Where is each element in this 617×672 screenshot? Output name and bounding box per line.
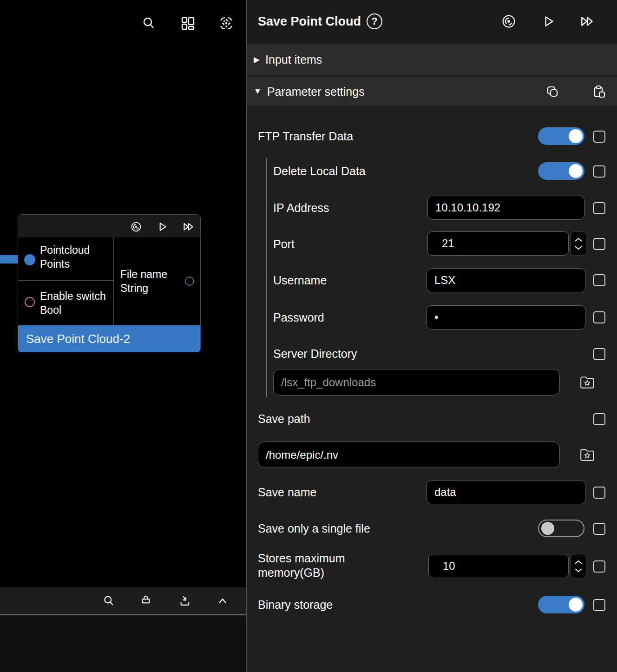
ftp-group-indent-line [266,158,267,397]
password-expose-checkbox[interactable] [593,311,605,323]
folder-star-icon [579,446,596,463]
param-label-save-name: Save name [258,485,316,500]
help-glyph: ? [371,15,377,27]
node-title: Save Point Cloud-2 [26,332,130,346]
node-run-button[interactable] [156,221,168,233]
stepper-down-icon[interactable] [574,568,583,573]
section-parameter-settings[interactable]: ▼ Parameter settings [247,77,617,106]
node-save-point-cloud-2[interactable]: Pointcloud Points Enable switch Bool Fil… [18,214,201,352]
properties-panel: Save Point Cloud ? [247,0,617,672]
param-label-password: Password [273,310,324,325]
param-label-ftp-transfer: FTP Transfer Data [258,129,353,144]
canvas-fit-view-button[interactable] [218,15,234,31]
ip-address-input[interactable] [427,196,584,220]
run-single-icon [501,13,517,29]
run-continuous-icon [579,14,595,29]
password-input[interactable] [427,305,585,329]
username-input[interactable] [427,268,585,292]
save-name-input[interactable] [427,480,585,504]
stepper-down-icon[interactable] [574,245,583,250]
param-label-binary-storage: Binary storage [258,598,333,612]
delete-local-expose-checkbox[interactable] [593,165,605,178]
section-input-items[interactable]: ▶ Input items [247,44,617,75]
input-type: Bool [40,303,113,317]
param-label-ip-address: IP Address [273,201,329,215]
app-window: Pointcloud Points Enable switch Bool Fil… [0,0,617,672]
paste-params-button[interactable] [591,84,607,99]
console-collapse-button[interactable] [216,594,230,608]
search-icon [141,16,156,31]
search-icon [102,594,115,607]
console-download-button[interactable] [178,594,192,608]
port-expose-checkbox[interactable] [593,238,605,250]
server-directory-expose-checkbox[interactable] [593,348,605,360]
console-toolbar [0,587,246,615]
node-run-continuous-button[interactable] [182,221,195,233]
username-expose-checkbox[interactable] [593,274,605,286]
run-single-icon [130,221,142,233]
panel-run-continuous-button[interactable] [579,13,596,29]
panel-title: Save Point Cloud [258,14,361,29]
save-path-input[interactable] [258,441,560,468]
console-clear-button[interactable] [139,594,153,608]
layout-icon [180,16,195,31]
toggle-knob [569,164,583,178]
max-memory-stepper[interactable] [571,554,586,578]
single-file-toggle[interactable] [538,520,584,537]
node-graph-canvas[interactable]: Pointcloud Points Enable switch Bool Fil… [0,0,246,672]
param-label-server-directory: Server Directory [273,347,357,361]
download-icon [178,594,191,607]
server-directory-browse-button[interactable] [579,373,596,391]
ip-address-expose-checkbox[interactable] [593,202,605,214]
param-label-port: Port [273,237,295,251]
input-type: Points [40,257,113,271]
input-port-pointcloud[interactable] [24,254,35,265]
expanded-caret-icon: ▼ [254,87,262,96]
stepper-up-icon[interactable] [574,560,583,565]
canvas-search-button[interactable] [141,15,157,31]
panel-header: Save Point Cloud ? [247,0,617,43]
toggle-knob [541,522,554,535]
toggle-knob [569,129,583,143]
ftp-transfer-toggle[interactable] [538,127,584,145]
panel-run-button[interactable] [540,13,556,29]
param-label-max-memory: Stores maximum memory(GB) [258,551,379,580]
console-panel [0,615,246,672]
save-path-expose-checkbox[interactable] [593,413,605,425]
ftp-transfer-expose-checkbox[interactable] [593,131,605,143]
param-label-username: Username [273,273,327,288]
section-label: Parameter settings [267,85,365,99]
panel-run-single-button[interactable] [501,13,517,29]
node-title-bar[interactable]: Save Point Cloud-2 [18,325,200,352]
server-directory-input[interactable] [273,369,560,395]
save-path-browse-button[interactable] [579,445,596,464]
single-file-expose-checkbox[interactable] [593,523,605,535]
canvas-layout-button[interactable] [180,15,196,31]
run-continuous-icon [182,221,195,233]
output-port-file-name[interactable] [185,277,194,286]
fit-view-icon [218,15,234,31]
delete-local-toggle[interactable] [538,162,584,180]
wire-pointcloud-connection[interactable] [0,255,19,264]
node-header [18,215,200,238]
copy-params-button[interactable] [545,84,560,99]
max-memory-expose-checkbox[interactable] [593,560,605,573]
section-label: Input items [265,53,322,66]
save-name-expose-checkbox[interactable] [593,487,605,499]
help-icon[interactable]: ? [367,13,382,29]
binary-storage-toggle[interactable] [538,596,584,613]
run-icon [541,14,556,29]
port-input[interactable] [427,231,569,256]
chevron-up-icon [216,594,229,607]
input-port-enable-switch[interactable] [25,297,35,307]
folder-star-icon [579,373,596,391]
param-label-single-file: Save only a single file [258,521,370,536]
binary-storage-expose-checkbox[interactable] [593,599,605,611]
clear-brush-icon [139,594,152,607]
stepper-up-icon[interactable] [574,237,583,242]
console-search-button[interactable] [102,594,116,608]
node-run-single-button[interactable] [130,221,142,233]
max-memory-input[interactable] [428,554,569,578]
input-name: Enable switch [40,289,113,303]
port-stepper[interactable] [571,231,586,256]
